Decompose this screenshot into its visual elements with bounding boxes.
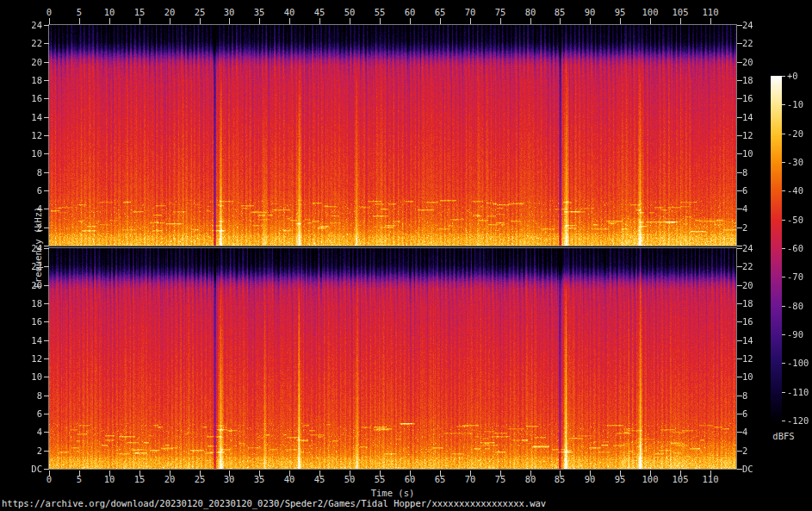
colorbar-tick-label: -110 [787,387,809,397]
freq-tick [44,227,49,228]
time-tick-label: 20 [164,474,176,484]
time-tick-label: 105 [673,474,689,484]
freq-tick-label: 4 [742,427,747,437]
time-tick-label: 55 [375,474,386,484]
time-tick-label: 15 [134,7,146,17]
freq-tick-label: 10 [15,148,42,159]
time-tick [590,18,591,24]
time-tick-label: 95 [615,474,626,484]
freq-tick-label: 12 [742,353,753,364]
freq-tick-label: 2 [742,446,747,456]
time-tick-label: 110 [703,7,719,17]
freq-tick [44,209,49,209]
freq-tick-label: 4 [742,203,747,214]
colorbar-tick [782,104,785,105]
freq-tick-label: 12 [742,130,753,140]
time-tick [109,18,110,24]
freq-tick [44,451,49,452]
freq-tick-label: 24 [742,243,753,253]
freq-tick [44,469,49,470]
time-tick-label: 105 [673,7,689,17]
freq-tick-label: 24 [742,20,753,30]
time-tick [259,18,260,24]
freq-tick-label: 22 [15,38,42,48]
freq-tick-label: 8 [15,167,42,178]
freq-tick [44,43,49,44]
colorbar-tick-label: -80 [787,301,803,311]
time-tick-label: 30 [224,7,235,17]
spectrogram-channel-1 [48,24,737,246]
freq-tick-label: 8 [15,390,42,401]
time-tick-label: 55 [375,7,386,17]
freq-tick-label: 14 [742,112,753,122]
freq-tick [44,285,49,286]
time-tick-label: 100 [642,7,659,17]
time-tick-label: 20 [164,7,176,17]
time-tick-label: 60 [405,7,416,17]
colorbar-tick-label: -20 [787,128,803,139]
time-tick-label: 35 [254,474,265,484]
time-tick-label: 70 [465,474,476,484]
freq-tick-label: 24 [15,243,42,253]
time-tick-label: 80 [525,7,536,17]
time-tick-label: 50 [344,7,356,17]
time-tick [560,18,561,24]
time-tick [680,18,681,24]
freq-tick-label: 20 [742,57,753,67]
time-tick-label: 40 [284,7,295,17]
spectrogram-channel-2-canvas [49,248,736,469]
freq-tick-label: 16 [15,316,42,327]
time-tick-label: 90 [585,7,596,17]
time-tick-label: 75 [495,474,506,484]
freq-tick-label: 10 [15,371,42,382]
freq-tick-label: 24 [15,20,42,30]
colorbar-tick [782,334,785,335]
freq-tick-label: 2 [15,222,42,233]
time-tick-label: 5 [77,474,82,484]
freq-tick-label: 22 [742,261,753,271]
colorbar-tick [782,220,785,221]
time-tick [49,18,50,24]
freq-tick-label: 4 [15,427,42,437]
time-tick-label: 45 [314,474,325,484]
colorbar-tick [782,190,785,191]
colorbar-tick [782,76,785,77]
colorbar-tick-label: -100 [787,358,809,368]
time-tick [139,18,140,24]
spectrogram-figure: Frequency (kHz) dBFS Time (s) https://ar… [0,0,812,511]
colorbar-tick [782,421,785,421]
time-tick-label: 75 [495,7,506,17]
colorbar-tick [782,248,785,249]
time-tick [380,18,381,24]
freq-tick [44,321,49,322]
freq-tick-label: 6 [742,408,747,419]
time-tick [200,18,201,24]
time-tick-label: 25 [195,7,206,17]
time-tick [620,18,621,24]
colorbar-tick-label: -40 [787,185,803,196]
colorbar-tick [782,277,785,277]
time-tick [350,18,350,24]
freq-tick-label: 14 [15,335,42,346]
freq-tick-label: 8 [742,390,747,401]
colorbar-tick-label: -60 [787,243,803,253]
freq-tick-label: 16 [742,93,753,103]
colorbar-tick-label: -90 [787,329,803,340]
freq-tick-label: 10 [742,371,753,382]
time-tick-label: 25 [195,474,206,484]
spectrogram-channel-1-canvas [49,25,736,246]
colorbar-tick-label: -70 [787,271,803,282]
freq-tick [44,266,49,267]
freq-tick [44,117,49,118]
time-tick [410,18,411,24]
freq-tick-label: 18 [742,298,753,308]
freq-tick-label: 8 [742,167,747,178]
time-tick-label: 110 [703,474,719,484]
freq-tick-label: 6 [742,185,747,196]
freq-tick-label: 16 [742,316,753,327]
freq-tick [44,358,49,359]
colorbar-tick [782,306,785,307]
freq-tick-label: 18 [15,75,42,85]
time-tick-label: 0 [46,7,52,17]
colorbar [771,76,782,421]
